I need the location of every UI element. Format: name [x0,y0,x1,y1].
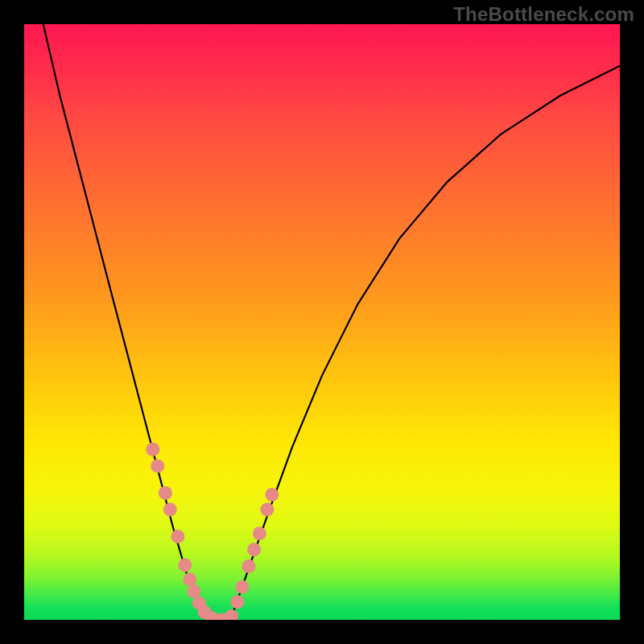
marker-dot [253,526,266,540]
marker-dot [163,503,177,517]
curve-layer [24,24,620,620]
chart-stage: TheBottleneck.com [0,0,644,644]
marker-dot [187,584,200,598]
marker-dot [146,443,159,456]
marker-dot [183,572,196,586]
plot-area [24,24,620,620]
marker-dot [151,460,164,473]
marker-group [146,443,279,620]
marker-dot [235,580,249,594]
marker-dot [230,595,244,609]
marker-dot [247,543,261,556]
marker-dot [260,503,274,517]
right-curve [233,66,620,614]
marker-dot [159,486,172,500]
watermark-label: TheBottleneck.com [453,3,634,26]
marker-dot [265,488,279,502]
marker-dot [242,559,255,573]
marker-dot [225,609,238,620]
left-curve [43,24,203,614]
marker-dot [178,558,192,572]
marker-dot [171,530,184,543]
